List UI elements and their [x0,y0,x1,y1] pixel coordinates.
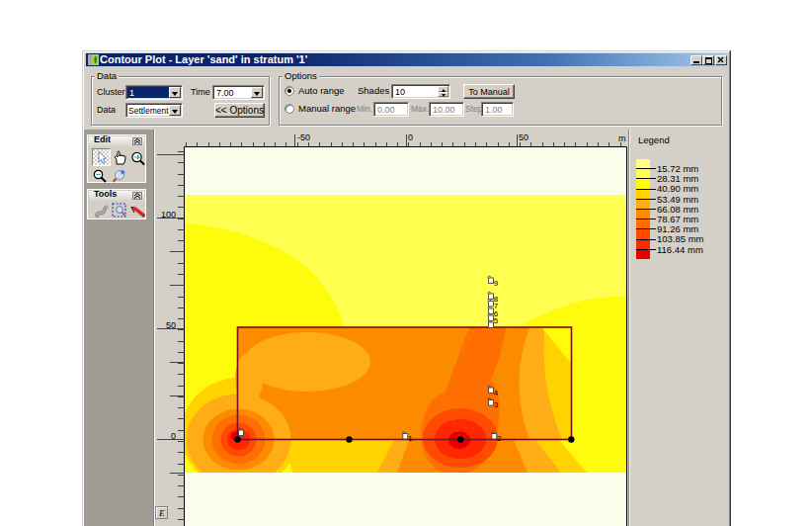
svg-text:3: 3 [494,400,499,409]
svg-text:2: 2 [497,434,502,443]
svg-text:1: 1 [408,434,413,443]
svg-text:9: 9 [494,279,499,288]
svg-text:5: 5 [494,316,499,325]
svg-text:4: 4 [494,389,499,397]
